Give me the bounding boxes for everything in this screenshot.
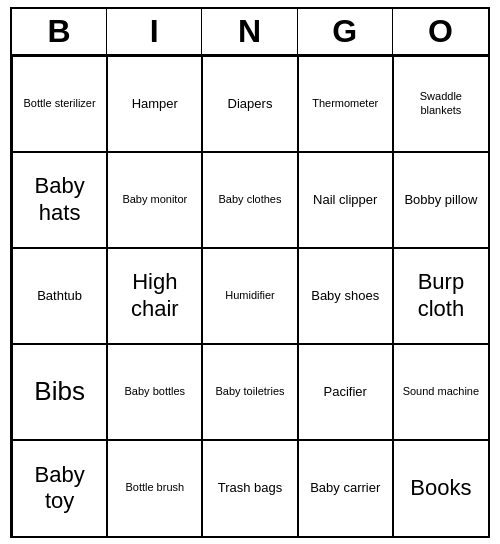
bingo-cell: Bottle sterilizer [12,56,107,152]
cell-label: Bibs [34,376,85,407]
header-letter: G [298,9,393,54]
bingo-cell: Bathtub [12,248,107,344]
bingo-cell: Sound machine [393,344,488,440]
bingo-cell: Baby clothes [202,152,297,248]
cell-label: Baby hats [17,173,102,226]
cell-label: Sound machine [403,385,479,398]
cell-label: Diapers [228,96,273,112]
cell-label: Baby carrier [310,480,380,496]
bingo-cell: Baby toy [12,440,107,536]
bingo-cell: Baby carrier [298,440,393,536]
bingo-cell: Baby shoes [298,248,393,344]
cell-label: Baby toy [17,462,102,515]
bingo-cell: Diapers [202,56,297,152]
bingo-card: BINGO Bottle sterilizerHamperDiapersTher… [10,7,490,538]
bingo-cell: Baby bottles [107,344,202,440]
bingo-cell: High chair [107,248,202,344]
bingo-cell: Trash bags [202,440,297,536]
cell-label: Burp cloth [398,269,484,322]
cell-label: Baby clothes [219,193,282,206]
bingo-grid: Bottle sterilizerHamperDiapersThermomete… [12,56,488,536]
cell-label: Baby shoes [311,288,379,304]
cell-label: Bathtub [37,288,82,304]
cell-label: High chair [112,269,197,322]
cell-label: Bottle sterilizer [24,97,96,110]
bingo-header: BINGO [12,9,488,56]
header-letter: B [12,9,107,54]
cell-label: Baby toiletries [215,385,284,398]
bingo-cell: Pacifier [298,344,393,440]
cell-label: Baby bottles [125,385,186,398]
cell-label: Humidifier [225,289,275,302]
cell-label: Bobby pillow [404,192,477,208]
cell-label: Baby monitor [122,193,187,206]
cell-label: Trash bags [218,480,283,496]
bingo-cell: Thermometer [298,56,393,152]
header-letter: O [393,9,488,54]
bingo-cell: Bottle brush [107,440,202,536]
bingo-cell: Bobby pillow [393,152,488,248]
bingo-cell: Bibs [12,344,107,440]
bingo-cell: Nail clipper [298,152,393,248]
cell-label: Nail clipper [313,192,377,208]
bingo-cell: Swaddle blankets [393,56,488,152]
bingo-cell: Humidifier [202,248,297,344]
cell-label: Pacifier [324,384,367,400]
bingo-cell: Hamper [107,56,202,152]
cell-label: Hamper [132,96,178,112]
bingo-cell: Baby hats [12,152,107,248]
header-letter: N [202,9,297,54]
bingo-cell: Baby toiletries [202,344,297,440]
cell-label: Thermometer [312,97,378,110]
cell-label: Books [410,475,471,501]
cell-label: Bottle brush [125,481,184,494]
bingo-cell: Baby monitor [107,152,202,248]
bingo-cell: Burp cloth [393,248,488,344]
bingo-cell: Books [393,440,488,536]
cell-label: Swaddle blankets [398,90,484,116]
header-letter: I [107,9,202,54]
